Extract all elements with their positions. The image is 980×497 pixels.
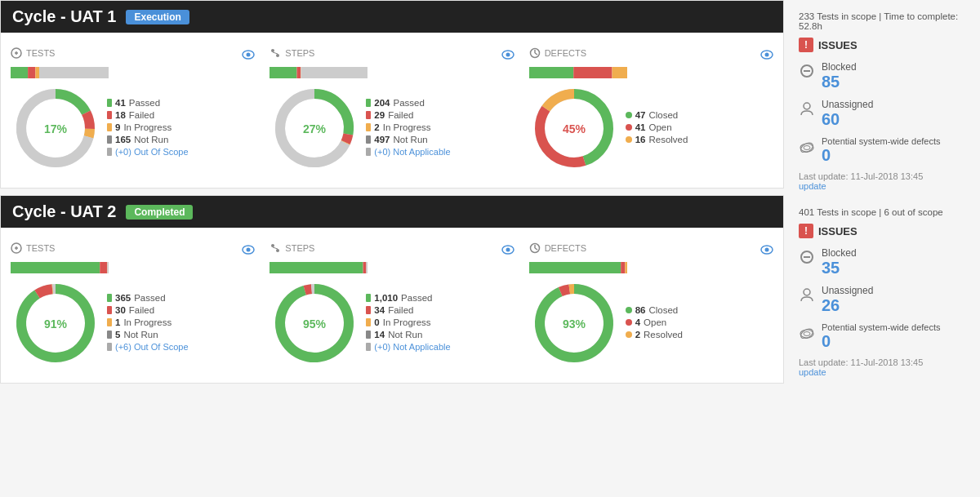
metric-title-label: DEFECTS (545, 243, 586, 253)
legend-count: 204 (374, 98, 390, 108)
legend-label: Resolved (644, 330, 683, 339)
unassigned-label: Unassigned (822, 99, 965, 110)
eye-icon[interactable] (760, 50, 773, 62)
legend-count: 1,010 (374, 293, 398, 303)
eye-icon[interactable] (501, 245, 514, 257)
issues-header: ! ISSUES (792, 33, 972, 57)
legend-color (107, 318, 112, 326)
svg-point-57 (764, 247, 768, 251)
legend-color (626, 307, 632, 313)
legend-color (107, 123, 112, 131)
legend: 47 Closed 41 Open 16 Resolved (626, 110, 773, 147)
blocked-count: 35 (822, 259, 965, 277)
svg-point-26 (764, 52, 768, 56)
update-link[interactable]: update (799, 367, 965, 377)
legend-count: 9 (115, 122, 120, 132)
svg-text:27%: 27% (303, 122, 327, 135)
donut-legend-row: 45% 47 Closed 41 Open 16 Resolved (529, 83, 773, 173)
scope-bar-uat1: 233 Tests in scope | Time to complete: 5… (792, 8, 972, 33)
legend-label: Failed (129, 110, 154, 120)
eye-icon[interactable] (501, 50, 514, 62)
legend-count: 4 (635, 317, 640, 327)
donut-legend-row: 17% 41 Passed 18 Failed 9 In Progress 16… (11, 83, 255, 173)
svg-rect-5 (11, 67, 28, 78)
update-link[interactable]: update (799, 181, 965, 191)
legend-color (107, 294, 112, 302)
unassigned-row: Unassigned 26 (792, 281, 972, 318)
sparkline (11, 262, 255, 273)
unassigned-content: Unassigned 60 (822, 99, 965, 128)
unassigned-content: Unassigned 26 (822, 285, 965, 314)
svg-text:93%: 93% (563, 317, 586, 331)
potential-icon (799, 324, 815, 340)
svg-point-65 (804, 146, 810, 150)
legend-label: Closed (648, 110, 678, 120)
svg-line-24 (535, 53, 537, 55)
legend-count: 41 (115, 98, 126, 108)
cycle-badge-uat2[interactable]: Completed (126, 205, 193, 220)
legend-color (626, 112, 632, 118)
legend-item: 165 Not Run (107, 135, 255, 144)
legend-item: 2 Resolved (626, 330, 773, 339)
issues-icon: ! (799, 38, 813, 52)
sparkline (529, 67, 773, 78)
legend-count: 16 (635, 135, 646, 144)
legend-link[interactable]: (+6) Out Of Scope (115, 342, 189, 352)
issues-panel-1: ! ISSUES Blocked 35 Unassigned 26 (792, 219, 972, 382)
legend-color (626, 124, 632, 131)
metric-block-steps: STEPS 27% 204 Passed 29 Failed 2 In Prog (265, 41, 519, 180)
donut-legend-row: 95% 1,010 Passed 34 Failed 0 In Progress… (270, 278, 514, 368)
blocked-icon (799, 249, 815, 265)
cycle-badge-uat1[interactable]: Execution (126, 10, 189, 24)
blocked-row: Blocked 85 (792, 57, 972, 95)
svg-text:45%: 45% (563, 122, 586, 135)
blocked-label: Blocked (822, 61, 965, 73)
svg-rect-59 (621, 262, 625, 273)
legend-item: 497 Not Run (366, 135, 514, 144)
svg-rect-6 (28, 67, 35, 78)
donut-legend-row: 93% 86 Closed 4 Open 2 Resolved (529, 278, 773, 368)
legend-label: Passed (129, 98, 160, 108)
legend-count: 18 (115, 110, 126, 120)
metric-title-label: STEPS (285, 48, 314, 58)
blocked-content: Blocked 85 (822, 61, 965, 91)
svg-point-70 (800, 327, 815, 339)
svg-point-36 (247, 247, 251, 251)
eye-icon[interactable] (242, 50, 255, 62)
legend-item: 30 Failed (107, 305, 255, 315)
svg-point-68 (800, 330, 813, 338)
cycle-block-uat1: Cycle - UAT 1 Execution TESTS 17% 41 Pas… (0, 0, 784, 189)
svg-point-64 (800, 144, 813, 152)
legend-color (107, 99, 112, 107)
eye-icon[interactable] (760, 245, 773, 257)
legend-item: (+0) Out Of Scope (107, 147, 255, 157)
svg-point-47 (506, 247, 510, 251)
legend-count: 0 (374, 317, 379, 327)
legend-item: 34 Failed (366, 305, 514, 315)
potential-row: Potential system-wide defects 0 (792, 132, 972, 168)
left-panel: Cycle - UAT 1 Execution TESTS 17% 41 Pas… (0, 0, 784, 398)
legend-item: (+0) Not Applicable (366, 147, 514, 157)
svg-point-69 (804, 332, 810, 336)
metric-title: TESTS (11, 47, 55, 59)
legend-item: 16 Resolved (626, 135, 773, 144)
eye-icon[interactable] (242, 245, 255, 257)
legend-link[interactable]: (+0) Out Of Scope (115, 147, 189, 157)
metric-block-defects: DEFECTS 93% 86 Closed 4 Open 2 Resolved (524, 236, 778, 375)
metric-title-label: DEFECTS (545, 48, 586, 58)
legend-color (366, 123, 371, 131)
svg-rect-19 (301, 67, 368, 78)
legend: 86 Closed 4 Open 2 Resolved (626, 305, 773, 342)
legend-item: 9 In Progress (107, 122, 255, 132)
legend-count: 30 (115, 305, 126, 315)
metrics-row-uat1: TESTS 17% 41 Passed 18 Failed 9 In Progr (1, 33, 783, 188)
metric-title: DEFECTS (529, 47, 586, 59)
donut-container: 93% (529, 278, 619, 368)
legend-item: (+6) Out Of Scope (107, 342, 255, 352)
svg-point-63 (804, 103, 810, 109)
legend-link[interactable]: (+0) Not Applicable (374, 342, 450, 352)
legend-color (626, 136, 632, 143)
legend-label: Not Run (134, 135, 168, 144)
legend-link[interactable]: (+0) Not Applicable (374, 147, 450, 157)
legend-count: 47 (635, 110, 646, 120)
